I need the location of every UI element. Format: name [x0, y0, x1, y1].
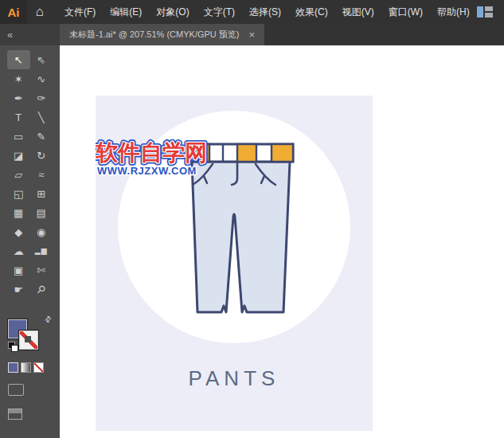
swap-colors-icon[interactable]: ⇄: [42, 314, 53, 325]
pen-tool[interactable]: ✒: [7, 88, 30, 108]
mesh-tool[interactable]: ▦: [7, 203, 30, 222]
app-logo[interactable]: Ai: [0, 0, 27, 24]
menu-effect[interactable]: 效果(C): [288, 0, 335, 24]
home-icon[interactable]: ⌂: [27, 0, 53, 24]
menu-object[interactable]: 对象(O): [149, 0, 196, 24]
line-segment-tool[interactable]: ╲: [30, 108, 53, 127]
menu-view[interactable]: 视图(V): [335, 0, 381, 24]
pants-caption: PANTS: [96, 366, 373, 391]
none-mode-button[interactable]: [33, 362, 44, 373]
stroke-color-swatch[interactable]: [19, 330, 38, 350]
width-tool[interactable]: ≈: [30, 165, 53, 184]
color-mode-button[interactable]: [8, 362, 18, 373]
menu-file[interactable]: 文件(F): [57, 0, 103, 24]
tool-grid: ↖ ⇖ ✶ ∿ ✒ ✑ T ╲ ▭ ✎ ◪ ↻ ▱ ≈ ◱ ⊞ ▦ ▤ ◆ ◉ …: [0, 45, 60, 299]
fill-stroke-controls: ⇄: [8, 316, 51, 353]
default-colors-icon[interactable]: [8, 342, 18, 352]
menu-type[interactable]: 文字(T): [197, 0, 242, 24]
artboard-tool[interactable]: ▣: [7, 260, 30, 280]
shape-builder-tool[interactable]: ◱: [7, 184, 30, 203]
color-mode-buttons: [8, 362, 60, 373]
gradient-tool[interactable]: ▤: [30, 203, 53, 222]
collapse-panel-icon[interactable]: «: [7, 29, 13, 41]
eyedropper-tool[interactable]: ◆: [7, 222, 30, 241]
menu-edit[interactable]: 编辑(E): [103, 0, 149, 24]
main-menu: 文件(F) 编辑(E) 对象(O) 文字(T) 选择(S) 效果(C) 视图(V…: [57, 0, 477, 24]
draw-mode-button[interactable]: [8, 384, 24, 396]
paintbrush-tool[interactable]: ✑: [30, 88, 53, 108]
belt-orange-center: [237, 144, 256, 162]
tab-close-icon[interactable]: ×: [249, 29, 256, 41]
type-tool[interactable]: T: [7, 108, 30, 127]
rectangle-tool[interactable]: ▭: [7, 127, 30, 146]
perspective-grid-tool[interactable]: ⊞: [30, 184, 53, 203]
menu-help[interactable]: 帮助(H): [430, 0, 477, 24]
menu-select[interactable]: 选择(S): [242, 0, 288, 24]
menu-window[interactable]: 窗口(W): [381, 0, 430, 24]
watermark-url: WWW.RJZXW.COM: [97, 165, 197, 177]
screen-mode-button[interactable]: [8, 409, 22, 420]
magic-wand-tool[interactable]: ✶: [7, 69, 30, 88]
column-graph-tool[interactable]: ▂▆: [30, 241, 53, 260]
belt-orange-right: [272, 144, 293, 162]
menu-bar: Ai ⌂ 文件(F) 编辑(E) 对象(O) 文字(T) 选择(S) 效果(C)…: [0, 0, 504, 24]
tab-title: 未标题-1.ai* @ 207.51% (CMYK/GPU 预览): [69, 29, 240, 41]
illustrator-window: Ai ⌂ 文件(F) 编辑(E) 对象(O) 文字(T) 选择(S) 效果(C)…: [0, 0, 504, 438]
scale-tool[interactable]: ▱: [7, 165, 30, 184]
gradient-mode-button[interactable]: [21, 362, 31, 373]
blend-tool[interactable]: ◉: [30, 222, 53, 241]
direct-selection-tool[interactable]: ⇖: [30, 50, 53, 69]
hand-tool[interactable]: ☛: [7, 280, 30, 299]
watermark-text: 软件自学网: [96, 140, 207, 165]
lasso-tool[interactable]: ∿: [30, 69, 53, 88]
selection-tool[interactable]: ↖: [7, 50, 30, 69]
document-tab[interactable]: 未标题-1.ai* @ 207.51% (CMYK/GPU 预览) ×: [60, 24, 264, 45]
canvas[interactable]: 软件自学网 软件自学网 WWW.RJZXW.COM PANTS: [60, 45, 504, 438]
tab-bar: « 未标题-1.ai* @ 207.51% (CMYK/GPU 预览) ×: [0, 24, 504, 45]
artboard[interactable]: 软件自学网 软件自学网 WWW.RJZXW.COM PANTS: [96, 96, 373, 431]
rotate-tool[interactable]: ↻: [30, 146, 53, 165]
workspace-switcher-icon[interactable]: [477, 6, 493, 18]
symbol-sprayer-tool[interactable]: ☁: [7, 241, 30, 260]
eraser-tool[interactable]: ◪: [7, 146, 30, 165]
tools-panel: ↖ ⇖ ✶ ∿ ✒ ✑ T ╲ ▭ ✎ ◪ ↻ ▱ ≈ ◱ ⊞ ▦ ▤ ◆ ◉ …: [0, 45, 60, 438]
pencil-tool[interactable]: ✎: [30, 127, 53, 146]
tools-panel-header: «: [0, 24, 60, 45]
